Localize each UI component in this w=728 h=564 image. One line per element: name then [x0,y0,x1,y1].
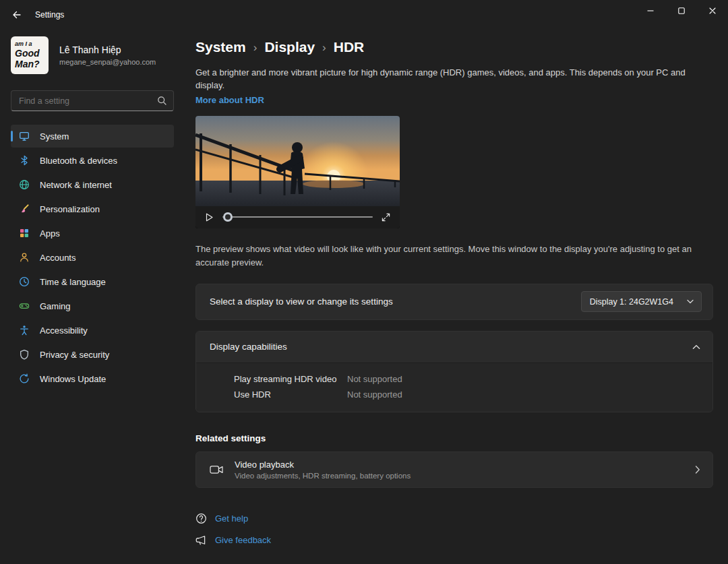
fullscreen-icon [381,212,391,222]
person-icon [19,252,30,263]
display-capabilities-title: Display capabilities [210,342,287,352]
titlebar: Settings [0,0,728,30]
fullscreen-button[interactable] [381,212,391,222]
sidebar-item-privacy-security[interactable]: Privacy & security [11,343,174,366]
more-about-hdr-link[interactable]: More about HDR [195,95,264,105]
video-camera-icon [210,464,223,475]
video-playback-card[interactable]: Video playback Video adjustments, HDR st… [195,451,713,488]
play-icon [204,212,214,222]
breadcrumb-display[interactable]: Display [264,39,315,55]
display-capabilities-body: Play streaming HDR video Not supported U… [196,363,712,412]
user-account[interactable]: am I a Good Man? Lê Thanh Hiệp megane_se… [11,36,174,74]
close-icon [708,7,717,15]
chevron-right-icon [695,466,700,474]
related-settings-heading: Related settings [195,433,713,443]
video-playback-label: Video playback [235,460,411,470]
avatar-text: Man? [15,59,49,69]
user-email: megane_senpai@yahoo.com [59,58,156,66]
feedback-icon [195,534,207,546]
give-feedback-link[interactable]: Give feedback [195,534,271,546]
avatar-text: am I a [15,41,49,48]
maximize-button[interactable] [666,0,697,22]
sidebar-item-accounts[interactable]: Accounts [11,246,174,269]
display-select-dropdown[interactable]: Display 1: 24G2W1G4 [581,291,702,312]
display-select-label: Select a display to view or change its s… [210,296,393,307]
sidebar-item-label: Apps [40,228,60,239]
shield-icon [19,349,30,360]
sidebar-item-windows-update[interactable]: Windows Update [11,367,174,390]
maximize-icon [677,7,686,15]
minimize-button[interactable] [635,0,666,22]
page-title: HDR [334,39,365,55]
sidebar-item-label: Windows Update [40,374,106,384]
help-icon [195,513,207,524]
sidebar-item-time-language[interactable]: Time & language [11,270,174,293]
sidebar-item-label: System [40,131,69,142]
capability-label: Use HDR [234,389,347,400]
sidebar-item-personalization[interactable]: Personalization [11,197,174,220]
breadcrumb-separator: › [253,40,257,55]
back-arrow-icon [11,9,22,20]
breadcrumb: System › Display › HDR [195,39,713,55]
display-select-card: Select a display to view or change its s… [195,284,713,320]
sunset-preview-image [195,116,400,206]
preview-note: The preview shows what video will look l… [195,243,713,270]
bluetooth-icon [19,155,30,166]
selection-indicator [11,131,13,142]
display-capabilities-card: Display capabilities Play streaming HDR … [195,331,713,412]
sidebar-item-network-internet[interactable]: Network & internet [11,173,174,196]
accessibility-icon [19,325,30,336]
back-button[interactable] [5,5,27,25]
minimize-icon [646,7,655,15]
breadcrumb-separator: › [322,40,326,55]
monitor-icon [19,131,30,142]
get-help-label: Get help [215,513,248,524]
search-icon[interactable] [157,96,167,106]
window-controls [635,0,728,22]
capability-row: Play streaming HDR video Not supported [196,371,712,387]
capability-value: Not supported [347,389,402,400]
video-progress-slider[interactable] [222,212,373,222]
sidebar-item-apps[interactable]: Apps [11,222,174,245]
gamepad-icon [19,301,30,311]
capability-value: Not supported [347,374,402,384]
play-button[interactable] [204,212,214,222]
sidebar-item-label: Accounts [40,253,75,263]
update-icon [19,373,30,384]
apps-grid-icon [19,228,30,239]
sidebar-item-system[interactable]: System [11,125,174,148]
user-name: Lê Thanh Hiệp [59,44,156,55]
sidebar-item-gaming[interactable]: Gaming [11,294,174,317]
display-capabilities-header[interactable]: Display capabilities [196,332,712,363]
sidebar: am I a Good Man? Lê Thanh Hiệp megane_se… [0,30,182,564]
close-button[interactable] [697,0,728,22]
clock-icon [19,276,30,287]
search-box [11,90,174,111]
paintbrush-icon [19,203,30,214]
sidebar-item-label: Gaming [40,301,71,311]
slider-thumb[interactable] [223,212,233,222]
video-controls [195,206,400,228]
sidebar-item-accessibility[interactable]: Accessibility [11,319,174,342]
hdr-video-preview[interactable] [195,116,400,228]
capability-label: Play streaming HDR video [234,374,347,384]
page-description: Get a brighter and more vibrant picture … [195,67,713,92]
avatar-text: Good [15,48,49,59]
sidebar-item-bluetooth-devices[interactable]: Bluetooth & devices [11,149,174,172]
chevron-down-icon [687,299,694,304]
give-feedback-label: Give feedback [215,535,271,545]
window-title: Settings [35,10,64,20]
breadcrumb-system[interactable]: System [195,39,246,55]
sidebar-item-label: Bluetooth & devices [40,156,117,166]
avatar: am I a Good Man? [11,36,49,74]
search-input[interactable] [11,91,173,111]
get-help-link[interactable]: Get help [195,513,248,524]
capability-row: Use HDR Not supported [196,387,712,402]
video-playback-sublabel: Video adjustments, HDR streaming, batter… [235,472,411,480]
chevron-up-icon[interactable] [692,344,700,350]
sidebar-item-label: Personalization [40,204,100,214]
slider-track [222,216,373,218]
sidebar-item-label: Privacy & security [40,350,109,360]
main-content: System › Display › HDR Get a brighter an… [182,30,728,564]
display-select-value: Display 1: 24G2W1G4 [590,297,673,307]
